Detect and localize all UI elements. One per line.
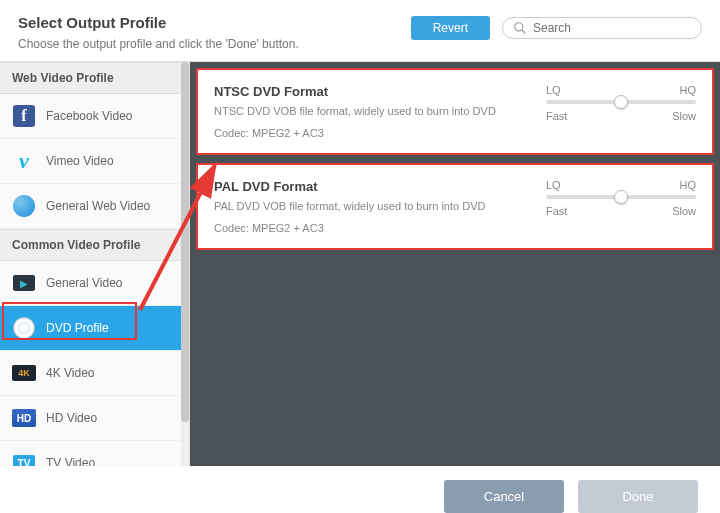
- facebook-icon: f: [12, 104, 36, 128]
- sidebar-item-general-video[interactable]: ▶ General Video: [0, 261, 189, 306]
- sidebar-item-label: Facebook Video: [46, 109, 133, 123]
- sidebar-item-hd[interactable]: HD HD Video: [0, 396, 189, 441]
- sidebar-item-dvd-profile[interactable]: DVD Profile: [0, 306, 189, 351]
- sidebar-scrollbar[interactable]: [181, 62, 189, 466]
- tv-icon: TV: [12, 451, 36, 466]
- section-web-video: Web Video Profile: [0, 62, 189, 94]
- scrollbar-thumb[interactable]: [181, 62, 189, 422]
- vimeo-icon: v: [12, 149, 36, 173]
- svg-point-0: [515, 23, 523, 31]
- sidebar: Web Video Profile f Facebook Video v Vim…: [0, 62, 190, 466]
- done-button[interactable]: Done: [578, 480, 698, 513]
- dialog-header: Select Output Profile Choose the output …: [0, 0, 720, 61]
- format-title: NTSC DVD Format: [214, 84, 536, 99]
- sidebar-item-label: TV Video: [46, 456, 95, 466]
- sidebar-item-facebook[interactable]: f Facebook Video: [0, 94, 189, 139]
- cancel-button[interactable]: Cancel: [444, 480, 564, 513]
- dialog-footer: Cancel Done: [0, 466, 720, 513]
- quality-slider[interactable]: [546, 100, 696, 104]
- quality-slider[interactable]: [546, 195, 696, 199]
- screen-icon: ▶: [12, 271, 36, 295]
- format-pal[interactable]: PAL DVD Format PAL DVD VOB file format, …: [196, 163, 714, 250]
- sidebar-item-4k[interactable]: 4K 4K Video: [0, 351, 189, 396]
- search-input[interactable]: [533, 21, 691, 35]
- hq-label: HQ: [680, 179, 697, 191]
- fast-label: Fast: [546, 205, 567, 217]
- page-title: Select Output Profile: [18, 14, 411, 31]
- sidebar-item-label: General Web Video: [46, 199, 150, 213]
- section-common-video: Common Video Profile: [0, 229, 189, 261]
- svg-line-1: [522, 30, 526, 34]
- disc-icon: [12, 316, 36, 340]
- format-codec: Codec: MPEG2 + AC3: [214, 222, 536, 234]
- format-ntsc[interactable]: NTSC DVD Format NTSC DVD VOB file format…: [196, 68, 714, 155]
- sidebar-item-label: 4K Video: [46, 366, 95, 380]
- content-panel: NTSC DVD Format NTSC DVD VOB file format…: [190, 62, 720, 466]
- globe-icon: [12, 194, 36, 218]
- hq-label: HQ: [680, 84, 697, 96]
- lq-label: LQ: [546, 179, 561, 191]
- search-field[interactable]: [502, 17, 702, 39]
- sidebar-item-vimeo[interactable]: v Vimeo Video: [0, 139, 189, 184]
- format-title: PAL DVD Format: [214, 179, 536, 194]
- format-desc: PAL DVD VOB file format, widely used to …: [214, 200, 536, 212]
- fast-label: Fast: [546, 110, 567, 122]
- fourk-icon: 4K: [12, 361, 36, 385]
- search-icon: [513, 21, 527, 35]
- revert-button[interactable]: Revert: [411, 16, 490, 40]
- sidebar-item-label: HD Video: [46, 411, 97, 425]
- sidebar-item-tv[interactable]: TV TV Video: [0, 441, 189, 466]
- sidebar-item-label: General Video: [46, 276, 123, 290]
- lq-label: LQ: [546, 84, 561, 96]
- slider-thumb[interactable]: [614, 190, 628, 204]
- format-desc: NTSC DVD VOB file format, widely used to…: [214, 105, 536, 117]
- slider-thumb[interactable]: [614, 95, 628, 109]
- format-codec: Codec: MPEG2 + AC3: [214, 127, 536, 139]
- sidebar-item-label: Vimeo Video: [46, 154, 114, 168]
- sidebar-item-general-web[interactable]: General Web Video: [0, 184, 189, 229]
- hd-icon: HD: [12, 406, 36, 430]
- slow-label: Slow: [672, 205, 696, 217]
- slow-label: Slow: [672, 110, 696, 122]
- page-subtitle: Choose the output profile and click the …: [18, 37, 411, 51]
- sidebar-item-label: DVD Profile: [46, 321, 109, 335]
